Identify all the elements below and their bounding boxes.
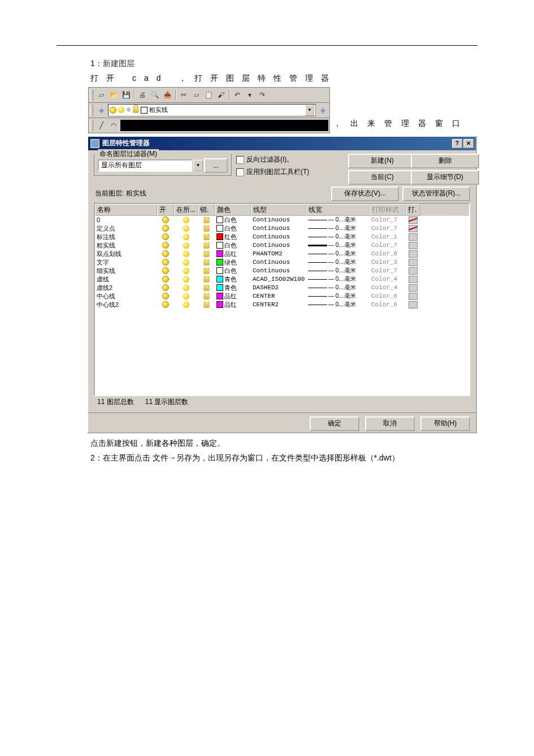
help-button[interactable]: ? xyxy=(452,139,462,148)
lineweight-cell[interactable]: — 0....毫米 xyxy=(306,275,370,283)
help2-button[interactable]: 帮助(H) xyxy=(420,416,470,431)
print-icon[interactable]: 🖨 xyxy=(137,89,148,101)
on-cell[interactable] xyxy=(157,276,174,283)
new-file-icon[interactable]: ▱ xyxy=(95,89,107,101)
plot-cell[interactable] xyxy=(406,233,420,241)
col-color[interactable]: 颜色 xyxy=(215,204,251,216)
lock-cell[interactable] xyxy=(198,268,215,274)
layer-row[interactable]: 定义点白色Continuous — 0....毫米Color_7 xyxy=(95,224,469,233)
color-cell[interactable]: 红色 xyxy=(215,233,251,241)
freeze-cell[interactable] xyxy=(174,217,198,223)
plotstyle-cell[interactable]: Color_4 xyxy=(370,284,406,291)
on-cell[interactable] xyxy=(157,293,174,299)
plotstyle-cell[interactable]: Color_3 xyxy=(370,259,406,266)
details-button[interactable]: 显示细节(D) xyxy=(411,170,479,185)
plotstyle-cell[interactable]: Color_7 xyxy=(370,267,406,274)
linetype-cell[interactable]: Continuous xyxy=(251,267,306,274)
col-name[interactable]: 名称 xyxy=(95,204,157,216)
color-cell[interactable]: 白色 xyxy=(215,216,251,224)
linetype-cell[interactable]: Continuous xyxy=(251,216,306,223)
ok-button[interactable]: 确定 xyxy=(310,416,359,431)
linetype-cell[interactable]: PHANTOM2 xyxy=(251,250,306,257)
col-pstyle[interactable]: 打印样式 xyxy=(370,204,406,216)
lock-cell[interactable] xyxy=(198,259,215,266)
plotstyle-cell[interactable]: Color_7 xyxy=(370,216,406,223)
lineweight-cell[interactable]: — 0....毫米 xyxy=(306,241,370,249)
plotstyle-cell[interactable]: Color_7 xyxy=(370,225,406,232)
lineweight-cell[interactable]: — 0....毫米 xyxy=(306,233,370,241)
layer-row[interactable]: 文字绿色Continuous — 0....毫米Color_3 xyxy=(95,258,469,267)
toolbar-grip[interactable] xyxy=(90,89,93,101)
plotstyle-cell[interactable]: Color_1 xyxy=(370,233,406,240)
plot-cell[interactable] xyxy=(406,216,420,224)
layer-row[interactable]: 虚线青色ACAD_ISO02W100 — 0....毫米Color_4 xyxy=(95,275,469,284)
line-icon[interactable]: ╱ xyxy=(95,120,107,131)
freeze-cell[interactable] xyxy=(174,225,198,232)
on-cell[interactable] xyxy=(157,225,174,232)
lock-cell[interactable] xyxy=(198,242,215,249)
layer-dropdown[interactable]: ❄ 粗实线 ▼ xyxy=(108,104,316,116)
on-cell[interactable] xyxy=(157,284,174,291)
linetype-cell[interactable]: Continuous xyxy=(251,225,306,232)
undo-drop-icon[interactable]: ▾ xyxy=(244,89,255,101)
lock-cell[interactable] xyxy=(198,225,215,232)
layer-row[interactable]: 细实线白色Continuous — 0....毫米Color_7 xyxy=(95,267,469,275)
lineweight-cell[interactable]: — 0....毫米 xyxy=(306,284,370,292)
color-cell[interactable]: 品红 xyxy=(215,292,251,301)
lock-cell[interactable] xyxy=(198,234,215,240)
layer-row[interactable]: 标注线红色Continuous — 0....毫米Color_1 xyxy=(95,233,469,241)
filter-dots-button[interactable]: ... xyxy=(204,158,228,173)
arc-icon[interactable]: ◠ xyxy=(108,120,119,131)
plotstyle-cell[interactable]: Color_6 xyxy=(370,293,406,299)
plot-cell[interactable] xyxy=(406,225,420,232)
current-button[interactable]: 当前(C) xyxy=(348,170,416,185)
freeze-cell[interactable] xyxy=(174,268,198,274)
linetype-cell[interactable]: ACAD_ISO02W100 xyxy=(251,276,306,283)
layer-manager-icon[interactable]: ◈ xyxy=(95,105,107,116)
freeze-cell[interactable] xyxy=(174,285,198,291)
color-cell[interactable]: 白色 xyxy=(215,241,251,250)
toolbar-grip[interactable] xyxy=(90,105,93,116)
color-cell[interactable]: 品红 xyxy=(215,250,251,258)
plot-cell[interactable] xyxy=(406,293,420,300)
lineweight-cell[interactable]: — 0....毫米 xyxy=(306,292,370,300)
freeze-cell[interactable] xyxy=(174,251,198,257)
layer-row[interactable]: 粗实线白色Continuous — 0....毫米Color_7 xyxy=(95,241,469,250)
col-lw[interactable]: 线宽 xyxy=(306,204,370,216)
layer-row[interactable]: 双点划线品红PHANTOM2 — 0....毫米Color_6 xyxy=(95,250,469,258)
color-cell[interactable]: 白色 xyxy=(215,224,251,233)
apply-toolbar-checkbox[interactable] xyxy=(236,168,244,176)
col-plot[interactable]: 打. xyxy=(406,204,420,216)
linetype-cell[interactable]: DASHED2 xyxy=(251,284,306,291)
copy-icon[interactable]: ▱ xyxy=(190,89,202,101)
plotstyle-cell[interactable]: Color_6 xyxy=(370,250,406,257)
plot-cell[interactable] xyxy=(406,259,420,266)
layer-row[interactable]: 虚线2青色DASHED2 — 0....毫米Color_4 xyxy=(95,284,469,292)
linetype-cell[interactable]: Continuous xyxy=(251,233,306,240)
plot-cell[interactable] xyxy=(406,284,420,292)
color-cell[interactable]: 绿色 xyxy=(215,258,251,267)
plot-cell[interactable] xyxy=(406,242,420,249)
dialog-titlebar[interactable]: 图层特性管理器 ? ✕ xyxy=(88,137,476,150)
paste-icon[interactable]: 📋 xyxy=(203,89,214,101)
plotstyle-cell[interactable]: Color_7 xyxy=(370,242,406,249)
plot-cell[interactable] xyxy=(406,301,420,309)
color-cell[interactable]: 品红 xyxy=(215,301,251,309)
undo-icon[interactable]: ↶ xyxy=(232,89,243,101)
cancel-button[interactable]: 取消 xyxy=(365,416,415,431)
delete-button[interactable]: 删除 xyxy=(411,154,479,168)
lineweight-cell[interactable]: — 0....毫米 xyxy=(306,224,370,232)
on-cell[interactable] xyxy=(157,250,174,257)
state-manager-button[interactable]: 状态管理器(R)... xyxy=(402,186,470,201)
color-cell[interactable]: 青色 xyxy=(215,275,251,284)
freeze-cell[interactable] xyxy=(174,302,198,308)
lineweight-cell[interactable]: — 0....毫米 xyxy=(306,216,370,224)
toolbar-grip[interactable] xyxy=(90,120,93,131)
plot-cell[interactable] xyxy=(406,267,420,275)
plotstyle-cell[interactable]: Color_6 xyxy=(370,301,406,308)
linetype-cell[interactable]: CENTER2 xyxy=(251,301,306,308)
col-ltype[interactable]: 线型 xyxy=(251,204,306,216)
freeze-cell[interactable] xyxy=(174,234,198,240)
lock-cell[interactable] xyxy=(198,293,215,299)
match-icon[interactable]: 🖌 xyxy=(215,89,227,101)
